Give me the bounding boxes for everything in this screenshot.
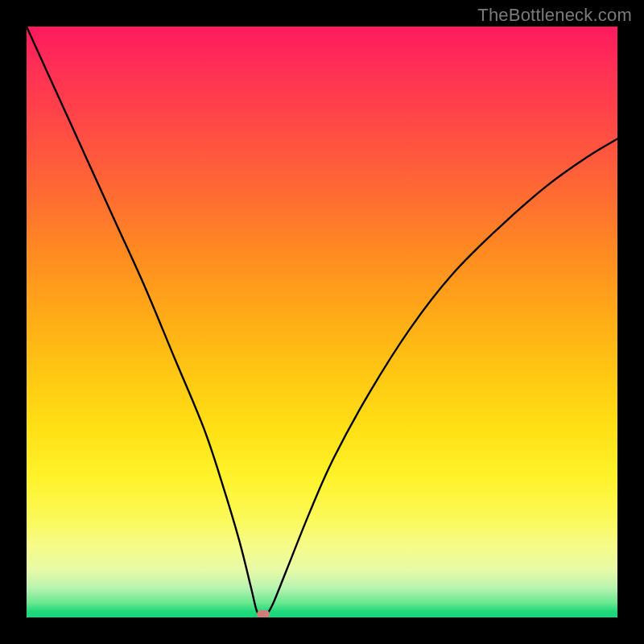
plot-area: [27, 27, 617, 617]
min-marker: [257, 610, 270, 617]
chart-frame: TheBottleneck.com: [0, 0, 644, 644]
watermark-text: TheBottleneck.com: [477, 5, 632, 26]
bottleneck-curve: [27, 27, 617, 617]
